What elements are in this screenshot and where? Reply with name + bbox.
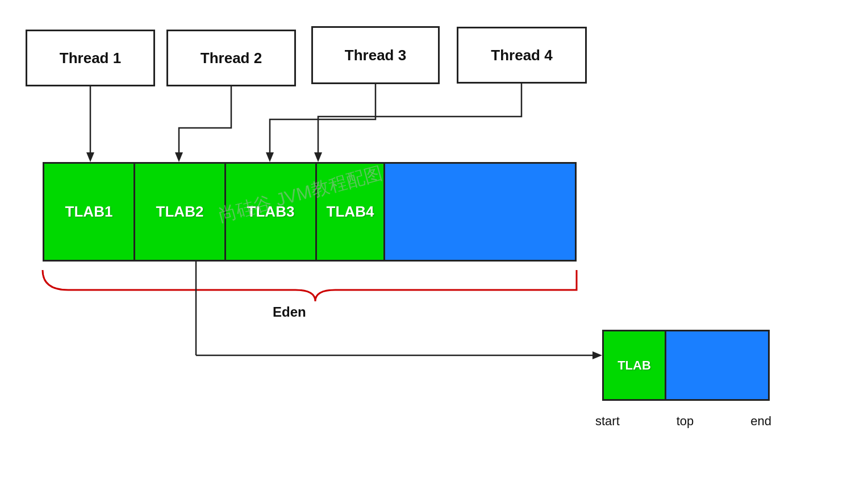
thread4-label: Thread 4 [491,47,552,64]
thread3-label: Thread 3 [345,47,406,64]
thread1-label: Thread 1 [60,49,121,67]
thread2-label: Thread 2 [201,49,262,67]
svg-marker-2 [175,152,183,162]
thread1-box: Thread 1 [26,30,155,86]
tlab4-block: TLAB4 [317,164,385,260]
diagram-container: Thread 1 Thread 2 Thread 3 Thread 4 TLAB… [0,0,868,502]
thread2-box: Thread 2 [166,30,296,86]
eden-free-space [385,164,575,260]
tlab3-block: TLAB3 [226,164,317,260]
thread4-box: Thread 4 [457,27,587,84]
end-label: end [750,414,771,429]
thread3-box: Thread 3 [311,26,440,84]
tlab1-block: TLAB1 [44,164,135,260]
top-label: top [677,414,694,429]
svg-marker-1 [86,152,94,162]
mini-tlab-blue [666,331,768,399]
start-label: start [595,414,620,429]
mini-tlab-container: TLAB [602,330,770,401]
tlab2-block: TLAB2 [135,164,226,260]
position-labels: start top end [595,414,771,429]
svg-marker-6 [592,351,602,359]
mini-tlab-green: TLAB [604,331,666,399]
svg-marker-3 [266,152,274,162]
eden-row: TLAB1 TLAB2 TLAB3 TLAB4 [43,162,577,262]
svg-marker-4 [314,152,322,162]
eden-label: Eden [273,304,306,320]
